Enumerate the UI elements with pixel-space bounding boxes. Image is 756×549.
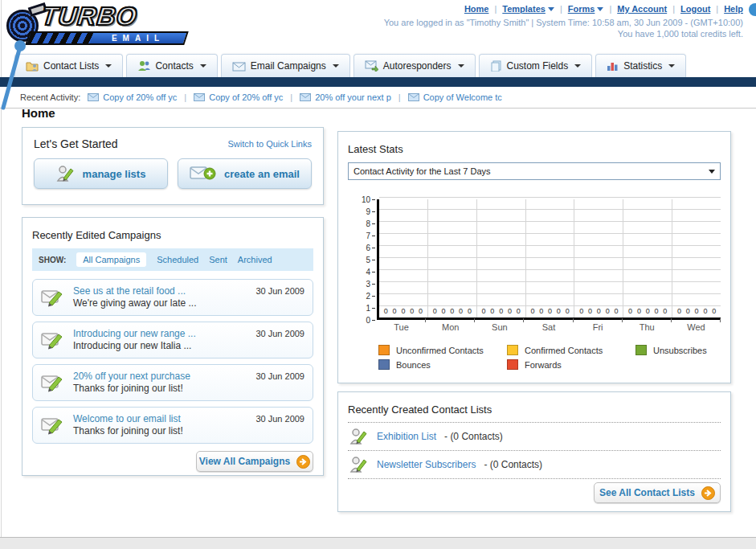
campaign-row[interactable]: Introducing our new range ...Introducing… xyxy=(32,322,313,358)
chart-value-label: 0 xyxy=(410,307,414,315)
separator: | xyxy=(184,92,186,102)
logo-title: TURBO xyxy=(40,2,139,31)
chart-y-tick: 5 xyxy=(366,256,375,264)
campaigns-title: Recently Edited Campaigns xyxy=(32,229,161,241)
header-right: Home | Templates | Forms | My Account | … xyxy=(384,4,743,39)
campaign-row[interactable]: 20% off your next purchaseThanks for joi… xyxy=(32,364,313,401)
nav-tab-label: Contacts xyxy=(155,60,193,72)
header-link-help[interactable]: Help xyxy=(724,4,743,14)
custom-fields-icon xyxy=(490,60,502,72)
chart-value-label: 0 xyxy=(433,307,437,315)
chart-legend: Unconfirmed ContactsConfirmed ContactsUn… xyxy=(378,345,721,370)
nav-tab-label: Email Campaigns xyxy=(251,60,326,72)
navy-divider-bar xyxy=(0,77,756,87)
contact-list-link[interactable]: Newsletter Subscribers xyxy=(377,459,476,470)
tab-archived[interactable]: Archived xyxy=(238,255,272,264)
nav-tab-custom-fields[interactable]: Custom Fields xyxy=(479,54,593,77)
chart-gridline xyxy=(379,197,721,198)
manage-lists-button[interactable]: manage lists xyxy=(34,158,168,189)
chart-value-label: 0 xyxy=(566,307,570,315)
header-link-home[interactable]: Home xyxy=(464,4,489,14)
app-window: TURBO EMAIL Home | Templates | Forms | M… xyxy=(0,0,756,549)
recent-activity-item[interactable]: 20% off your next p xyxy=(300,92,391,102)
tab-sent[interactable]: Sent xyxy=(209,255,227,264)
header-link-logout[interactable]: Logout xyxy=(680,4,710,14)
chart-y-tick: 3 xyxy=(366,280,375,288)
campaign-subtitle: We're giving away our late ... xyxy=(73,297,196,309)
separator: | xyxy=(494,4,497,14)
chevron-down-icon xyxy=(105,64,112,68)
person-pencil-icon xyxy=(349,455,369,474)
nav-tab-email-campaigns[interactable]: Email Campaigns xyxy=(221,54,350,77)
contact-lists-title: Recently Created Contact Lists xyxy=(348,404,492,416)
chart-value-label: 0 xyxy=(695,307,699,315)
credits-info: You have 1,000 total credits left. xyxy=(384,29,743,39)
chart-groups: 00000000000000000000000000000000000 xyxy=(379,199,721,318)
recent-activity-item[interactable]: Copy of 20% off yc xyxy=(194,92,283,102)
campaigns-list: See us at the retail food ...We're givin… xyxy=(32,279,313,444)
chart-value-label: 0 xyxy=(482,307,486,315)
latest-stats-panel: Latest Stats Contact Activity for the La… xyxy=(337,131,731,383)
chart-value-label: 0 xyxy=(614,307,618,315)
header-link-forms[interactable]: Forms xyxy=(568,4,604,14)
campaign-row[interactable]: See us at the retail food ...We're givin… xyxy=(32,279,313,316)
view-all-campaigns-button[interactable]: View All Campaigns xyxy=(196,451,313,472)
contact-list-item[interactable]: Newsletter Subscribers - (0 Contacts) xyxy=(348,451,721,478)
chart-value-label: 0 xyxy=(557,307,561,315)
recent-activity-item[interactable]: Copy of Welcome tc xyxy=(408,92,502,102)
speed-stripes-icon xyxy=(27,33,93,43)
chart-value-label: 0 xyxy=(539,307,543,315)
legend-swatch xyxy=(507,359,518,370)
contact-list-count: - (0 Contacts) xyxy=(484,459,542,470)
chart-value-label: 0 xyxy=(530,307,534,315)
legend-item: Forwards xyxy=(507,359,635,370)
nav-tab-statistics[interactable]: Statistics xyxy=(595,54,686,77)
header-link-my-account[interactable]: My Account xyxy=(617,4,667,14)
latest-stats-title: Latest Stats xyxy=(348,143,403,155)
recent-activity-item[interactable]: Copy of 20% off yc xyxy=(88,92,177,102)
nav-tab-label: Autoresponders xyxy=(383,60,452,72)
contact-activity-chart: 012345678910 000000000000000000000000000… xyxy=(348,199,721,332)
chevron-down-icon xyxy=(200,64,206,68)
nav-tab-autoresponders[interactable]: Autoresponders xyxy=(353,54,476,77)
decorative-dot xyxy=(749,3,756,16)
contact-lists-panel: Recently Created Contact Lists Exhibitio… xyxy=(337,391,731,512)
chart-group: 00000 xyxy=(526,199,575,318)
email-campaigns-icon xyxy=(232,61,246,72)
chart-y-tick: 10 xyxy=(362,195,375,203)
separator: | xyxy=(672,4,675,14)
autoresponders-icon xyxy=(365,60,378,72)
chart-y-tick: 0 xyxy=(366,316,375,324)
envelope-pencil-icon xyxy=(41,373,65,392)
chart-value-label: 0 xyxy=(637,307,641,315)
stats-period-value: Contact Activity for the Last 7 Days xyxy=(353,166,491,176)
chart-value-label: 0 xyxy=(468,307,472,315)
get-started-panel: Let's Get Started Switch to Quick Links … xyxy=(22,127,324,205)
switch-quick-links-link[interactable]: Switch to Quick Links xyxy=(227,139,312,149)
tab-scheduled[interactable]: Scheduled xyxy=(157,255,198,264)
chevron-down-icon xyxy=(458,64,464,68)
campaign-row[interactable]: Welcome to our email listThanks for join… xyxy=(32,407,313,444)
campaign-title-link[interactable]: Welcome to our email list xyxy=(73,413,183,425)
chart-value-label: 0 xyxy=(579,307,583,315)
contact-list-link[interactable]: Exhibition List xyxy=(377,431,436,442)
campaign-title-link[interactable]: 20% off your next purchase xyxy=(73,371,190,383)
see-all-contact-lists-button[interactable]: See All Contact Lists xyxy=(594,482,721,503)
chart-value-label: 0 xyxy=(450,307,454,315)
header-link-templates[interactable]: Templates xyxy=(502,4,554,14)
stats-period-select[interactable]: Contact Activity for the Last 7 Days xyxy=(348,162,721,180)
contact-list-item[interactable]: Exhibition List - (0 Contacts) xyxy=(348,423,721,450)
chart-x-axis: TueMonSunSatFriThuWed xyxy=(377,322,721,332)
campaign-title-link[interactable]: Introducing our new range ... xyxy=(73,328,196,340)
nav-tab-contacts[interactable]: Contacts xyxy=(126,54,217,77)
chart-value-label: 0 xyxy=(508,307,512,315)
legend-swatch xyxy=(378,359,390,370)
tab-all-campaigns[interactable]: All Campaigns xyxy=(76,252,146,267)
arrow-right-icon xyxy=(296,455,310,469)
chart-x-label: Fri xyxy=(574,322,623,332)
create-email-button[interactable]: create an email xyxy=(178,158,312,189)
campaign-title-link[interactable]: See us at the retail food ... xyxy=(73,285,196,297)
chart-y-tick: 4 xyxy=(366,268,375,276)
legend-item: Unconfirmed Contacts xyxy=(378,345,507,355)
campaign-date: 30 Jun 2009 xyxy=(255,409,304,424)
